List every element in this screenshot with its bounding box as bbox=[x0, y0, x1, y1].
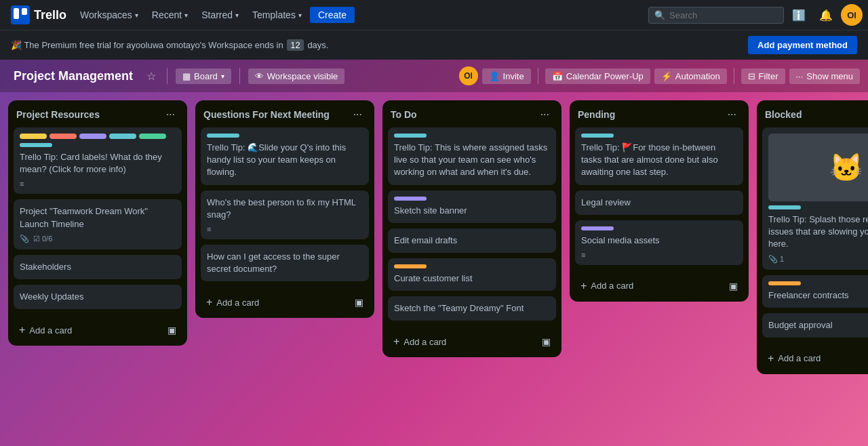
list-footer: + Add a card ▣ bbox=[382, 326, 561, 357]
card[interactable]: Edit email drafts bbox=[388, 228, 556, 253]
board-header: Project Management ☆ ▦ Project Managemen… bbox=[0, 60, 868, 92]
card[interactable]: Trello Tip: 🌊Slide your Q's into this ha… bbox=[201, 127, 369, 185]
automation-button[interactable]: ⚡ Automation bbox=[654, 68, 727, 84]
templates-menu[interactable]: Templates ▾ bbox=[247, 7, 307, 23]
card-labels bbox=[20, 134, 176, 139]
chevron-down-icon: ▾ bbox=[135, 12, 138, 19]
label-purple bbox=[394, 197, 427, 201]
card-title: Trello Tip: Card labels! What do they me… bbox=[20, 151, 176, 176]
card-title: Weekly Updates bbox=[20, 291, 176, 303]
card[interactable]: Curate customer list bbox=[388, 258, 556, 291]
attachment-icon: 📎 bbox=[768, 255, 778, 264]
board-icon: ▦ bbox=[182, 71, 191, 81]
notifications-button[interactable]: 🔔 bbox=[814, 6, 838, 24]
card[interactable]: Budget approval bbox=[762, 313, 868, 338]
card-title: Sketch the "Teamy Dreamy" Font bbox=[394, 302, 550, 315]
card-meta: ≡ bbox=[207, 225, 363, 233]
label-cyan bbox=[109, 134, 136, 139]
calendar-power-up-button[interactable]: 📅 Calendar Power-Up bbox=[545, 68, 650, 84]
recent-menu[interactable]: Recent ▾ bbox=[146, 7, 193, 23]
list-menu-button[interactable]: ··· bbox=[162, 107, 179, 122]
card-title: Trello Tip: Splash those redtape-heavy i… bbox=[768, 214, 868, 251]
card-title: Trello Tip: 🚩For those in-between tasks … bbox=[581, 142, 737, 179]
tip-label bbox=[20, 143, 52, 147]
banner-text: 🎉 The Premium free trial for ayooluwa om… bbox=[11, 40, 328, 50]
list-to-do: To Do ··· Trello Tip: This is where assi… bbox=[382, 100, 561, 357]
menu-icon: ··· bbox=[796, 71, 804, 81]
filter-button[interactable]: ⊟ Filter bbox=[741, 68, 785, 84]
list-cards: Trello Tip: 🚩For those in-between tasks … bbox=[570, 127, 749, 270]
trello-logo-text: Trello bbox=[34, 8, 66, 22]
chevron-down-icon: ▾ bbox=[184, 12, 188, 19]
list-menu-button[interactable]: ··· bbox=[724, 107, 741, 122]
plus-icon: + bbox=[580, 280, 587, 292]
trello-logo[interactable]: Trello bbox=[5, 5, 72, 24]
list-project-resources: Project Resources ··· Trello Tip: Card l… bbox=[8, 100, 187, 346]
search-bar[interactable]: 🔍 bbox=[648, 7, 784, 24]
workspace-visible-button[interactable]: 👁 Workspace visible bbox=[248, 68, 345, 84]
card[interactable]: Sketch the "Teamy Dreamy" Font bbox=[388, 296, 556, 321]
card[interactable]: Freelancer contracts bbox=[762, 275, 868, 308]
info-button[interactable]: ℹ️ bbox=[787, 6, 811, 24]
template-icon: ▣ bbox=[167, 325, 176, 336]
description-icon: ≡ bbox=[20, 180, 24, 188]
tip-label bbox=[768, 205, 801, 209]
card[interactable]: Stakeholders bbox=[14, 255, 182, 279]
board-view-button[interactable]: ▦ Project Management Board ▾ bbox=[176, 68, 231, 84]
card[interactable]: Trello Tip: 🚩For those in-between tasks … bbox=[575, 127, 743, 185]
plus-icon: + bbox=[768, 352, 774, 365]
card[interactable]: Legal review bbox=[575, 190, 743, 215]
add-card-button[interactable]: + Add a card ▣ bbox=[201, 292, 369, 312]
template-icon: ▣ bbox=[729, 281, 738, 291]
add-card-button[interactable]: + Add a card ▣ bbox=[762, 348, 868, 369]
list-title: To Do bbox=[391, 109, 417, 120]
add-payment-button[interactable]: Add payment method bbox=[748, 36, 857, 54]
search-input[interactable] bbox=[669, 10, 778, 20]
calendar-icon: 📅 bbox=[552, 71, 563, 81]
label-green bbox=[139, 134, 166, 139]
card-meta: ≡ bbox=[581, 251, 737, 259]
attachment-badge: 📎 1 bbox=[768, 255, 784, 264]
list-menu-button[interactable]: ··· bbox=[536, 107, 553, 122]
trial-banner: 🎉 The Premium free trial for ayooluwa om… bbox=[0, 30, 868, 60]
card-title: Social media assets bbox=[581, 235, 737, 247]
list-cards: Trello Tip: Card labels! What do they me… bbox=[8, 127, 187, 315]
plus-icon: + bbox=[393, 336, 399, 348]
list-title: Blocked bbox=[765, 109, 802, 120]
card[interactable]: Who's the best person to fix my HTML sna… bbox=[201, 190, 369, 239]
card[interactable]: Weekly Updates bbox=[14, 285, 182, 309]
list-menu-button[interactable]: ··· bbox=[349, 107, 366, 122]
list-pending: Pending ··· Trello Tip: 🚩For those in-be… bbox=[570, 100, 749, 302]
card[interactable]: Trello Tip: Card labels! What do they me… bbox=[14, 127, 182, 194]
svg-rect-1 bbox=[14, 8, 19, 19]
card-title: Budget approval bbox=[768, 319, 868, 331]
member-avatar[interactable]: Ol bbox=[459, 66, 478, 85]
add-card-button[interactable]: + Add a card ▣ bbox=[14, 320, 182, 340]
card-meta: ≡ bbox=[20, 180, 176, 188]
search-icon: 🔍 bbox=[654, 10, 665, 20]
card-title: Sketch site banner bbox=[394, 205, 550, 217]
avatar[interactable]: Ol bbox=[841, 4, 863, 26]
invite-button[interactable]: 👤 Invite bbox=[482, 68, 531, 84]
eye-icon: 👁 bbox=[255, 71, 264, 81]
add-card-button[interactable]: + Add a card ▣ bbox=[575, 276, 743, 296]
list-cards: 🐱 Trello Tip: Splash those redtape-heavy… bbox=[757, 127, 868, 343]
list-header: Pending ··· bbox=[570, 100, 749, 127]
card[interactable]: 🐱 Trello Tip: Splash those redtape-heavy… bbox=[762, 127, 868, 270]
card[interactable]: Social media assets ≡ bbox=[575, 220, 743, 265]
card[interactable]: Sketch site banner bbox=[388, 190, 556, 223]
label-orange bbox=[394, 264, 427, 268]
starred-menu[interactable]: Starred ▾ bbox=[196, 7, 244, 23]
card[interactable]: Trello Tip: This is where assigned tasks… bbox=[388, 127, 556, 185]
card[interactable]: Project "Teamwork Dream Work" Launch Tim… bbox=[14, 199, 182, 249]
add-card-button[interactable]: + Add a card ▣ bbox=[388, 331, 556, 352]
workspaces-menu[interactable]: Workspaces ▾ bbox=[75, 7, 144, 23]
plus-icon: + bbox=[206, 296, 212, 308]
plus-icon: + bbox=[19, 324, 25, 336]
card[interactable]: How can I get access to the super secret… bbox=[201, 245, 369, 281]
board-actions: Ol 👤 Invite 📅 Calendar Power-Up ⚡ Automa… bbox=[459, 66, 860, 85]
create-button[interactable]: Create bbox=[310, 7, 355, 23]
star-board-button[interactable]: ☆ bbox=[144, 67, 159, 85]
show-menu-button[interactable]: ··· Show menu bbox=[789, 68, 861, 84]
card-title: Trello Tip: 🌊Slide your Q's into this ha… bbox=[207, 142, 363, 179]
